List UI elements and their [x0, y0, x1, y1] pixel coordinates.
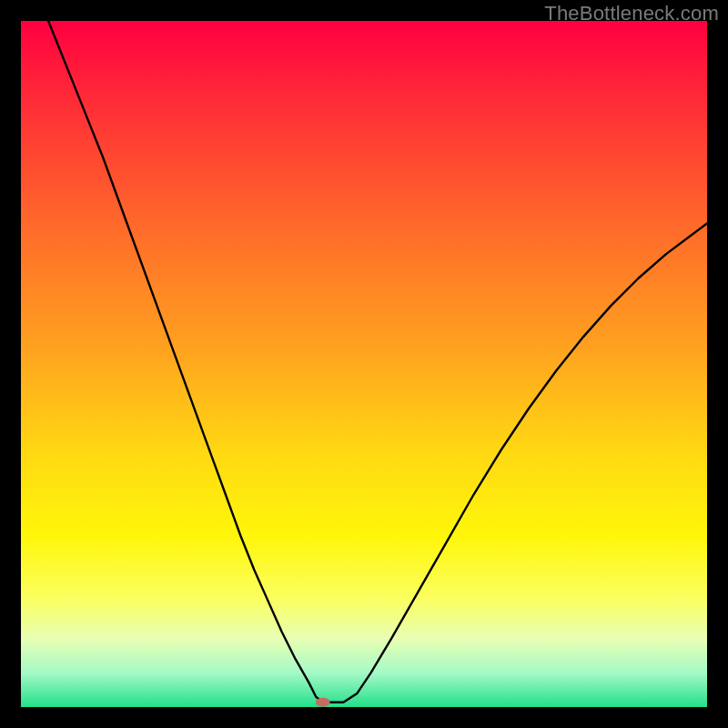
watermark-text: TheBottleneck.com: [544, 2, 719, 25]
chart-svg: [21, 21, 707, 707]
minimum-marker: [316, 698, 330, 707]
gradient-background: [21, 21, 707, 707]
chart-frame: TheBottleneck.com: [0, 0, 728, 728]
plot-area: [21, 21, 707, 707]
